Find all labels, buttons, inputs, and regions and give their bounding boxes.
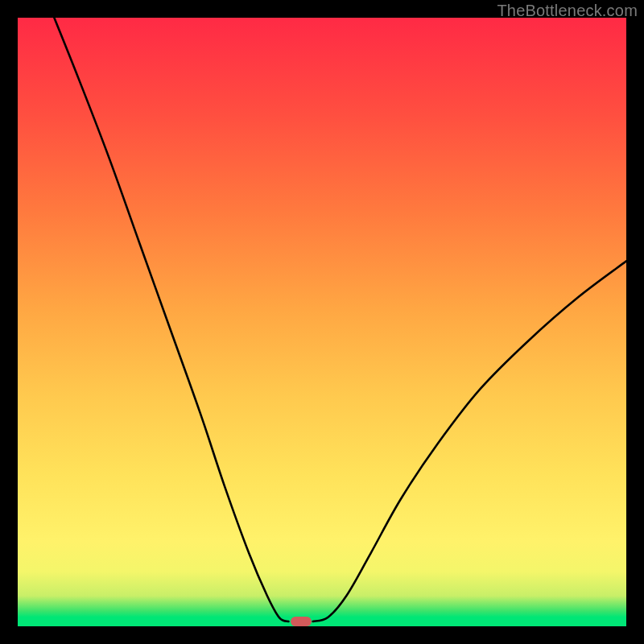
plot-area — [18, 18, 626, 626]
optimal-point-marker — [291, 617, 312, 626]
watermark-label: TheBottleneck.com — [497, 2, 638, 20]
curve-left-branch — [54, 18, 288, 621]
bottleneck-curve — [18, 18, 626, 626]
chart-frame: TheBottleneck.com — [0, 0, 644, 644]
curve-right-branch — [313, 261, 626, 621]
